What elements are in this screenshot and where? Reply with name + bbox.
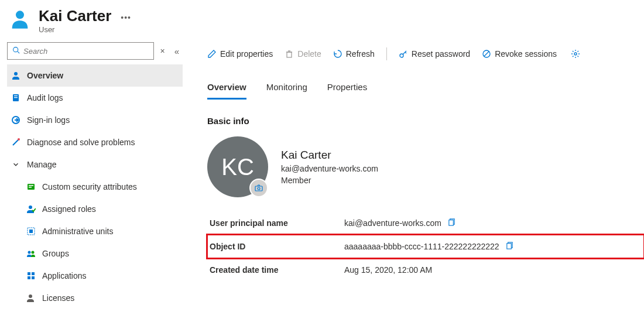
section-title-basic-info: Basic info	[207, 116, 644, 126]
clear-icon[interactable]: ×	[160, 46, 165, 56]
change-photo-button[interactable]	[249, 179, 268, 197]
sidebar-item-manage[interactable]: Manage	[7, 153, 183, 176]
refresh-icon	[333, 49, 342, 59]
profile-name: Kai Carter	[281, 149, 378, 162]
refresh-button[interactable]: Refresh	[333, 49, 375, 59]
svg-point-15	[28, 251, 31, 254]
settings-button[interactable]	[571, 49, 580, 59]
svg-line-25	[484, 52, 489, 56]
tools-icon	[11, 137, 21, 148]
svg-rect-17	[28, 272, 30, 275]
info-row-object-id: Object ID aaaaaaaa-bbbb-cccc-1111-222222…	[207, 235, 644, 258]
copy-icon	[447, 218, 456, 227]
copy-upn-button[interactable]	[447, 218, 456, 228]
sidebar-item-admin-units[interactable]: Administrative units	[7, 220, 183, 242]
svg-line-2	[18, 52, 19, 53]
info-label: Created date time	[207, 265, 344, 275]
sidebar-item-label: Manage	[27, 160, 57, 169]
svg-rect-11	[29, 187, 32, 188]
trash-icon	[285, 49, 294, 59]
info-value-upn: kai@adventure-works.com	[344, 218, 441, 228]
profile-member-type: Member	[281, 176, 378, 185]
org-icon	[26, 226, 36, 237]
svg-rect-30	[449, 220, 454, 225]
svg-point-16	[32, 251, 35, 254]
camera-icon	[254, 183, 263, 193]
person-icon	[11, 70, 21, 81]
info-row-created: Created date time Aug 15, 2020, 12:00 AM	[207, 258, 644, 282]
sidebar-item-diagnose[interactable]: Diagnose and solve problems	[7, 131, 183, 153]
sidebar-item-label: Assigned roles	[42, 204, 96, 214]
more-icon[interactable]: •••	[121, 11, 131, 22]
search-input-wrap[interactable]	[7, 42, 154, 60]
sidebar-item-audit-logs[interactable]: Audit logs	[7, 87, 183, 109]
sidebar-item-label: Custom security attributes	[42, 182, 137, 191]
svg-rect-19	[28, 276, 30, 279]
sidebar-item-groups[interactable]: Groups	[7, 242, 183, 265]
edit-icon	[207, 49, 217, 59]
sidebar-item-custom-security[interactable]: Custom security attributes	[7, 176, 183, 198]
revoke-icon	[482, 49, 491, 59]
apps-icon	[26, 270, 36, 281]
svg-point-1	[13, 47, 18, 52]
gear-icon	[571, 49, 580, 59]
tabs: Overview Monitoring Properties	[207, 82, 644, 100]
svg-point-21	[29, 294, 32, 298]
svg-rect-6	[14, 97, 18, 98]
reset-password-button[interactable]: Reset password	[399, 49, 470, 59]
toolbar-label: Delete	[297, 49, 321, 59]
sidebar-item-label: Groups	[42, 249, 69, 258]
book-icon	[11, 93, 21, 103]
license-icon	[26, 293, 36, 303]
sidebar: × « Overview Audit logs Sign-in l	[0, 39, 187, 322]
person-check-icon	[26, 204, 36, 214]
signin-icon	[11, 115, 21, 125]
toolbar-label: Refresh	[346, 49, 375, 59]
svg-point-8	[18, 138, 20, 141]
info-label: Object ID	[207, 242, 344, 251]
toolbar-label: Edit properties	[220, 49, 273, 59]
tab-overview[interactable]: Overview	[207, 82, 246, 100]
info-row-upn: User principal name kai@adventure-works.…	[207, 211, 644, 235]
collapse-sidebar-icon[interactable]: «	[171, 46, 183, 56]
tab-monitoring[interactable]: Monitoring	[266, 82, 307, 100]
svg-rect-22	[287, 52, 292, 57]
copy-icon	[505, 241, 514, 250]
sidebar-item-assigned-roles[interactable]: Assigned roles	[7, 198, 183, 220]
svg-rect-20	[32, 276, 35, 279]
search-input[interactable]	[23, 47, 149, 56]
people-icon	[26, 248, 36, 259]
svg-rect-32	[506, 244, 511, 249]
info-value-object-id: aaaaaaaa-bbbb-cccc-1111-222222222222	[344, 242, 499, 251]
profile-email: kai@adventure-works.com	[281, 164, 378, 173]
chevron-down-icon	[11, 159, 21, 170]
sidebar-item-label: Sign-in logs	[27, 115, 70, 125]
sidebar-item-label: Applications	[42, 271, 87, 280]
sidebar-item-signin-logs[interactable]: Sign-in logs	[7, 109, 183, 131]
revoke-sessions-button[interactable]: Revoke sessions	[482, 49, 557, 59]
svg-rect-10	[29, 185, 33, 186]
svg-rect-27	[255, 186, 262, 191]
sidebar-item-label: Overview	[27, 71, 63, 80]
sidebar-item-applications[interactable]: Applications	[7, 265, 183, 287]
svg-point-28	[258, 187, 260, 190]
badge-icon	[26, 181, 36, 192]
svg-rect-14	[29, 229, 33, 233]
sidebar-item-overview[interactable]: Overview	[7, 64, 183, 87]
edit-properties-button[interactable]: Edit properties	[207, 49, 273, 59]
sidebar-item-label: Audit logs	[27, 93, 63, 102]
svg-point-3	[14, 72, 18, 76]
sidebar-item-licenses[interactable]: Licenses	[7, 287, 183, 309]
svg-rect-18	[32, 272, 35, 275]
toolbar-label: Revoke sessions	[495, 49, 557, 59]
svg-rect-5	[14, 95, 18, 96]
toolbar-label: Reset password	[412, 49, 470, 59]
info-label: User principal name	[207, 218, 344, 228]
copy-object-id-button[interactable]	[505, 241, 514, 252]
tab-properties[interactable]: Properties	[327, 82, 367, 100]
user-icon	[8, 7, 32, 30]
delete-button: Delete	[285, 49, 321, 59]
sidebar-item-label: Administrative units	[42, 227, 113, 236]
key-icon	[399, 49, 408, 59]
sidebar-item-label: Diagnose and solve problems	[27, 138, 135, 147]
